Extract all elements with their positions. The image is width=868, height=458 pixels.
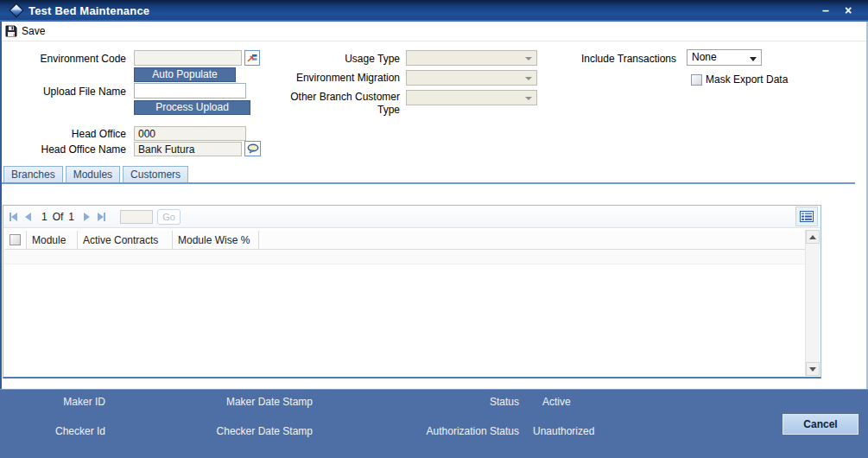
head-office-name-label: Head Office Name (5, 143, 126, 156)
head-office-input[interactable] (134, 126, 246, 141)
select-all-checkbox[interactable] (10, 234, 21, 245)
head-office-label: Head Office (9, 128, 126, 141)
head-office-name-language-button[interactable] (244, 141, 261, 156)
mask-export-data-checkbox[interactable] (691, 74, 702, 86)
floppy-disk-icon (5, 25, 17, 37)
environment-migration-dropdown[interactable] (406, 70, 537, 86)
tab-branches[interactable]: Branches (3, 166, 63, 183)
include-transactions-label: Include Transactions (555, 53, 676, 66)
window-title: Test Bed Maintenance (29, 4, 149, 17)
cancel-button[interactable]: Cancel (782, 413, 859, 436)
process-upload-button[interactable]: Process Upload (134, 100, 250, 115)
table-row (4, 250, 805, 264)
environment-code-lov-button[interactable] (244, 50, 260, 66)
column-header-filler (259, 231, 805, 249)
goto-page-input[interactable] (120, 210, 153, 224)
scroll-down-icon[interactable] (806, 362, 820, 376)
include-transactions-dropdown[interactable]: None (687, 49, 762, 66)
language-bubble-icon (247, 143, 259, 154)
head-office-name-input[interactable] (134, 142, 242, 156)
environment-code-label: Environment Code (9, 53, 126, 66)
tab-modules[interactable]: Modules (66, 166, 120, 183)
column-settings-button[interactable] (795, 207, 818, 226)
window-left-border (0, 22, 2, 389)
go-button[interactable]: Go (157, 209, 181, 225)
tab-underline (2, 182, 855, 184)
environment-code-input[interactable] (134, 50, 242, 66)
chevron-down-icon (750, 57, 757, 61)
checker-date-stamp-label: Checker Date Stamp (138, 425, 313, 437)
status-value: Active (542, 396, 571, 408)
save-button-label: Save (22, 25, 45, 37)
auto-populate-button[interactable]: Auto Populate (134, 67, 236, 82)
vertical-scrollbar[interactable] (805, 230, 820, 376)
pagination-bar: 1 Of 1 Go (3, 206, 820, 228)
first-page-icon[interactable] (10, 213, 17, 221)
test-bed-maintenance-window: Test Bed Maintenance – × Save Environmen… (0, 0, 868, 458)
prev-page-icon[interactable] (25, 213, 31, 221)
column-header-module-wise-pct[interactable]: Module Wise % (173, 231, 259, 249)
column-header-active-contracts[interactable]: Active Contracts (78, 231, 173, 249)
table-header-row: Module Active Contracts Module Wise % (4, 231, 805, 250)
mask-export-data-label: Mask Export Data (706, 73, 788, 86)
chevron-down-icon (525, 97, 532, 100)
usage-type-dropdown[interactable] (406, 50, 537, 66)
toolbar: Save (2, 23, 866, 41)
authorization-status-label: Authorization Status (397, 425, 519, 437)
chevron-down-icon (525, 77, 532, 80)
audit-footer: Maker ID Maker Date Stamp Status Active … (0, 389, 868, 458)
grid-container: 1 Of 1 Go (3, 205, 821, 378)
column-settings-icon (800, 211, 814, 222)
next-page-icon[interactable] (84, 213, 90, 221)
tab-customers[interactable]: Customers (123, 166, 188, 183)
pagination-of-label: Of (53, 211, 64, 223)
other-branch-customer-type-label: Other Branch Customer Type (279, 91, 400, 117)
save-button[interactable]: Save (5, 25, 45, 37)
close-button[interactable]: × (840, 3, 856, 18)
maker-id-label: Maker ID (0, 396, 105, 408)
pagination-total-pages: 1 (68, 211, 74, 223)
pagination-current-page: 1 (41, 211, 48, 223)
include-transactions-value: None (692, 51, 717, 63)
tab-strip: Branches Modules Customers (3, 166, 188, 183)
column-header-module[interactable]: Module (27, 231, 78, 249)
minimize-button[interactable]: – (818, 3, 833, 18)
lov-icon (247, 54, 257, 62)
chevron-down-icon (525, 57, 532, 60)
scroll-up-icon[interactable] (806, 230, 820, 244)
title-bar: Test Bed Maintenance – × (0, 0, 868, 22)
upload-file-name-input[interactable] (134, 83, 246, 99)
environment-migration-label: Environment Migration (279, 72, 400, 85)
diamond-icon (10, 3, 24, 18)
usage-type-label: Usage Type (279, 53, 400, 66)
last-page-icon[interactable] (98, 213, 105, 221)
other-branch-customer-type-dropdown[interactable] (406, 90, 537, 105)
checker-id-label: Checker Id (0, 425, 105, 437)
maker-date-stamp-label: Maker Date Stamp (138, 396, 313, 408)
status-label: Status (397, 396, 519, 408)
upload-file-name-label: Upload File Name (9, 86, 126, 99)
authorization-status-value: Unauthorized (533, 425, 594, 437)
